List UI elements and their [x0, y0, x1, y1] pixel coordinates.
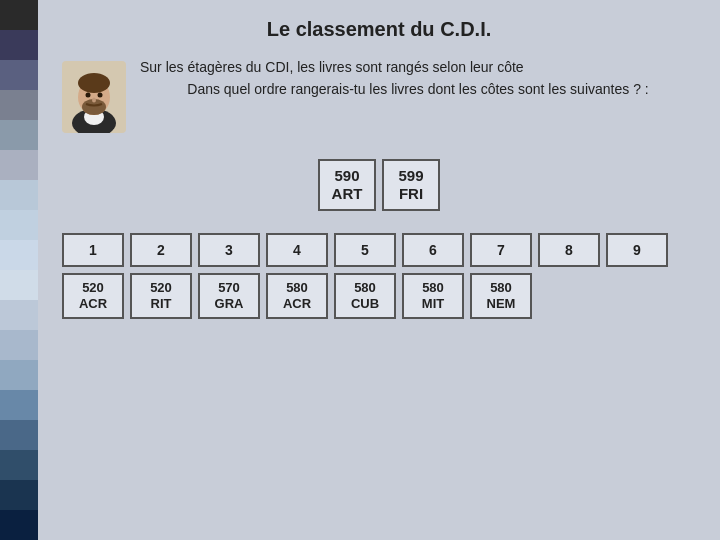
example-cards: 590ART 599FRI	[318, 159, 440, 211]
book-card-4: 580ACR	[266, 273, 328, 319]
order-num-4: 4	[266, 233, 328, 267]
book-card-2: 520RIT	[130, 273, 192, 319]
ordering-section: 1 2 3 4 5 6 7 8 9 520ACR 520RIT 570GRA 5…	[62, 233, 696, 319]
svg-point-7	[86, 93, 91, 98]
order-numbers-row: 1 2 3 4 5 6 7 8 9	[62, 233, 696, 267]
order-num-5: 5	[334, 233, 396, 267]
order-num-2: 2	[130, 233, 192, 267]
svg-point-5	[78, 73, 110, 93]
order-num-7: 7	[470, 233, 532, 267]
svg-point-9	[92, 98, 96, 103]
example-card-2: 599FRI	[382, 159, 440, 211]
order-num-8: 8	[538, 233, 600, 267]
book-card-9	[606, 273, 668, 319]
book-card-7: 580NEM	[470, 273, 532, 319]
example-card-1: 590ART	[318, 159, 376, 211]
book-card-6: 580MIT	[402, 273, 464, 319]
avatar	[62, 61, 126, 133]
order-num-6: 6	[402, 233, 464, 267]
order-num-3: 3	[198, 233, 260, 267]
main-content: Le classement du C.D.I. Sur l	[38, 0, 720, 540]
order-books-row: 520ACR 520RIT 570GRA 580ACR 580CUB 580MI…	[62, 273, 696, 319]
book-card-8	[538, 273, 600, 319]
book-card-5: 580CUB	[334, 273, 396, 319]
order-num-9: 9	[606, 233, 668, 267]
book-card-3: 570GRA	[198, 273, 260, 319]
subtitle-section: Sur les étagères du CDI, les livres sont…	[62, 59, 696, 133]
subtitle-line1: Sur les étagères du CDI, les livres sont…	[140, 59, 696, 75]
subtitle-line2: Dans quel ordre rangerais-tu les livres …	[140, 81, 696, 97]
page-title: Le classement du C.D.I.	[267, 18, 492, 41]
left-color-strip	[0, 0, 38, 540]
order-num-1: 1	[62, 233, 124, 267]
svg-point-8	[98, 93, 103, 98]
text-block: Sur les étagères du CDI, les livres sont…	[140, 59, 696, 97]
book-card-1: 520ACR	[62, 273, 124, 319]
